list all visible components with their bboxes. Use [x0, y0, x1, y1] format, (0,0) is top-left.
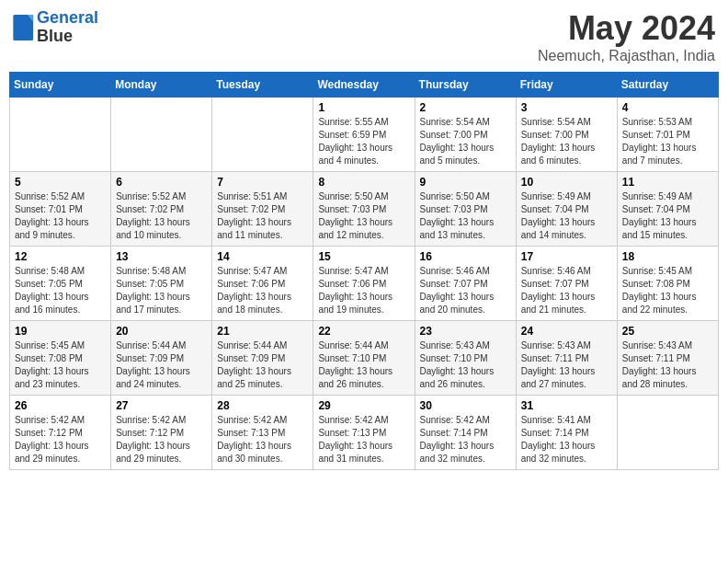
day-detail: Sunrise: 5:46 AMSunset: 7:07 PMDaylight:… [420, 265, 511, 316]
logo-line2: Blue [37, 28, 98, 46]
day-number: 30 [420, 399, 511, 412]
day-number: 4 [622, 101, 713, 114]
day-detail: Sunrise: 5:42 AMSunset: 7:13 PMDaylight:… [217, 414, 308, 465]
day-detail: Sunrise: 5:50 AMSunset: 7:03 PMDaylight:… [318, 190, 409, 242]
day-number: 25 [622, 325, 713, 338]
day-number: 31 [521, 399, 612, 412]
logo-line1: General [37, 8, 98, 27]
calendar-cell: 14Sunrise: 5:47 AMSunset: 7:06 PMDayligh… [212, 247, 313, 321]
calendar-cell: 21Sunrise: 5:44 AMSunset: 7:09 PMDayligh… [212, 321, 313, 396]
day-detail: Sunrise: 5:45 AMSunset: 7:08 PMDaylight:… [622, 265, 713, 316]
day-detail: Sunrise: 5:44 AMSunset: 7:09 PMDaylight:… [217, 339, 308, 391]
day-number: 26 [15, 399, 106, 412]
day-number: 27 [116, 399, 207, 412]
day-number: 2 [420, 101, 511, 114]
day-number: 9 [420, 176, 511, 189]
day-detail: Sunrise: 5:42 AMSunset: 7:12 PMDaylight:… [15, 414, 106, 465]
day-number: 1 [318, 101, 409, 114]
day-number: 7 [217, 176, 308, 189]
day-of-week-header: Saturday [617, 73, 718, 98]
day-detail: Sunrise: 5:45 AMSunset: 7:08 PMDaylight:… [15, 339, 106, 391]
day-number: 5 [15, 176, 106, 189]
day-detail: Sunrise: 5:55 AMSunset: 6:59 PMDaylight:… [318, 116, 409, 167]
calendar-cell: 9Sunrise: 5:50 AMSunset: 7:03 PMDaylight… [415, 172, 516, 247]
day-number: 3 [521, 101, 612, 114]
day-detail: Sunrise: 5:54 AMSunset: 7:00 PMDaylight:… [521, 116, 612, 167]
day-detail: Sunrise: 5:47 AMSunset: 7:06 PMDaylight:… [318, 265, 409, 316]
calendar-cell: 28Sunrise: 5:42 AMSunset: 7:13 PMDayligh… [212, 396, 313, 470]
svg-rect-0 [13, 15, 33, 40]
calendar-cell: 4Sunrise: 5:53 AMSunset: 7:01 PMDaylight… [617, 98, 718, 172]
day-detail: Sunrise: 5:48 AMSunset: 7:05 PMDaylight:… [116, 265, 207, 316]
calendar-week-row: 1Sunrise: 5:55 AMSunset: 6:59 PMDaylight… [10, 98, 719, 172]
calendar-cell: 27Sunrise: 5:42 AMSunset: 7:12 PMDayligh… [111, 396, 212, 470]
day-number: 21 [217, 325, 308, 338]
day-detail: Sunrise: 5:49 AMSunset: 7:04 PMDaylight:… [622, 190, 713, 242]
day-number: 19 [15, 325, 106, 338]
day-detail: Sunrise: 5:51 AMSunset: 7:02 PMDaylight:… [217, 190, 308, 242]
calendar-cell: 16Sunrise: 5:46 AMSunset: 7:07 PMDayligh… [415, 247, 516, 321]
calendar-cell [10, 98, 111, 172]
calendar-cell [212, 98, 313, 172]
day-number: 15 [318, 250, 409, 263]
day-detail: Sunrise: 5:49 AMSunset: 7:04 PMDaylight:… [521, 190, 612, 242]
day-detail: Sunrise: 5:50 AMSunset: 7:03 PMDaylight:… [420, 190, 511, 242]
calendar-week-row: 26Sunrise: 5:42 AMSunset: 7:12 PMDayligh… [10, 396, 719, 470]
day-number: 14 [217, 250, 308, 263]
day-number: 10 [521, 176, 612, 189]
day-number: 16 [420, 250, 511, 263]
calendar-table: SundayMondayTuesdayWednesdayThursdayFrid… [9, 72, 719, 470]
day-detail: Sunrise: 5:53 AMSunset: 7:01 PMDaylight:… [622, 116, 713, 167]
calendar-cell: 1Sunrise: 5:55 AMSunset: 6:59 PMDaylight… [313, 98, 415, 172]
page-header: General Blue May 2024 Neemuch, Rajasthan… [9, 9, 719, 64]
day-number: 24 [521, 325, 612, 338]
calendar-week-row: 5Sunrise: 5:52 AMSunset: 7:01 PMDaylight… [10, 172, 719, 247]
calendar-cell: 11Sunrise: 5:49 AMSunset: 7:04 PMDayligh… [617, 172, 718, 247]
calendar-cell: 20Sunrise: 5:44 AMSunset: 7:09 PMDayligh… [111, 321, 212, 396]
calendar-week-row: 12Sunrise: 5:48 AMSunset: 7:05 PMDayligh… [10, 247, 719, 321]
day-detail: Sunrise: 5:43 AMSunset: 7:11 PMDaylight:… [622, 339, 713, 391]
day-number: 8 [318, 176, 409, 189]
day-of-week-header: Wednesday [313, 73, 415, 98]
calendar-cell: 6Sunrise: 5:52 AMSunset: 7:02 PMDaylight… [111, 172, 212, 247]
day-detail: Sunrise: 5:54 AMSunset: 7:00 PMDaylight:… [420, 116, 511, 167]
calendar-header-row: SundayMondayTuesdayWednesdayThursdayFrid… [10, 73, 719, 98]
calendar-cell: 12Sunrise: 5:48 AMSunset: 7:05 PMDayligh… [10, 247, 111, 321]
calendar-cell: 30Sunrise: 5:42 AMSunset: 7:14 PMDayligh… [415, 396, 516, 470]
month-title: May 2024 [538, 9, 715, 48]
calendar-cell: 5Sunrise: 5:52 AMSunset: 7:01 PMDaylight… [10, 172, 111, 247]
calendar-cell: 3Sunrise: 5:54 AMSunset: 7:00 PMDaylight… [516, 98, 617, 172]
day-number: 29 [318, 399, 409, 412]
day-detail: Sunrise: 5:52 AMSunset: 7:02 PMDaylight:… [116, 190, 207, 242]
calendar-cell: 29Sunrise: 5:42 AMSunset: 7:13 PMDayligh… [313, 396, 415, 470]
calendar-cell: 26Sunrise: 5:42 AMSunset: 7:12 PMDayligh… [10, 396, 111, 470]
day-detail: Sunrise: 5:44 AMSunset: 7:10 PMDaylight:… [318, 339, 409, 391]
calendar-cell: 7Sunrise: 5:51 AMSunset: 7:02 PMDaylight… [212, 172, 313, 247]
day-of-week-header: Sunday [10, 73, 111, 98]
day-detail: Sunrise: 5:42 AMSunset: 7:12 PMDaylight:… [116, 414, 207, 465]
day-detail: Sunrise: 5:52 AMSunset: 7:01 PMDaylight:… [15, 190, 106, 242]
day-detail: Sunrise: 5:46 AMSunset: 7:07 PMDaylight:… [521, 265, 612, 316]
calendar-cell: 31Sunrise: 5:41 AMSunset: 7:14 PMDayligh… [516, 396, 617, 470]
day-detail: Sunrise: 5:43 AMSunset: 7:11 PMDaylight:… [521, 339, 612, 391]
location: Neemuch, Rajasthan, India [538, 48, 715, 64]
day-number: 12 [15, 250, 106, 263]
day-number: 13 [116, 250, 207, 263]
day-detail: Sunrise: 5:44 AMSunset: 7:09 PMDaylight:… [116, 339, 207, 391]
day-number: 20 [116, 325, 207, 338]
day-of-week-header: Friday [516, 73, 617, 98]
day-number: 28 [217, 399, 308, 412]
day-number: 18 [622, 250, 713, 263]
calendar-cell: 13Sunrise: 5:48 AMSunset: 7:05 PMDayligh… [111, 247, 212, 321]
calendar-cell [617, 396, 718, 470]
day-detail: Sunrise: 5:41 AMSunset: 7:14 PMDaylight:… [521, 414, 612, 465]
day-of-week-header: Tuesday [212, 73, 313, 98]
calendar-cell: 17Sunrise: 5:46 AMSunset: 7:07 PMDayligh… [516, 247, 617, 321]
day-detail: Sunrise: 5:47 AMSunset: 7:06 PMDaylight:… [217, 265, 308, 316]
day-detail: Sunrise: 5:42 AMSunset: 7:14 PMDaylight:… [420, 414, 511, 465]
day-number: 11 [622, 176, 713, 189]
day-number: 6 [116, 176, 207, 189]
logo-icon [13, 15, 35, 40]
calendar-cell: 24Sunrise: 5:43 AMSunset: 7:11 PMDayligh… [516, 321, 617, 396]
calendar-cell: 8Sunrise: 5:50 AMSunset: 7:03 PMDaylight… [313, 172, 415, 247]
